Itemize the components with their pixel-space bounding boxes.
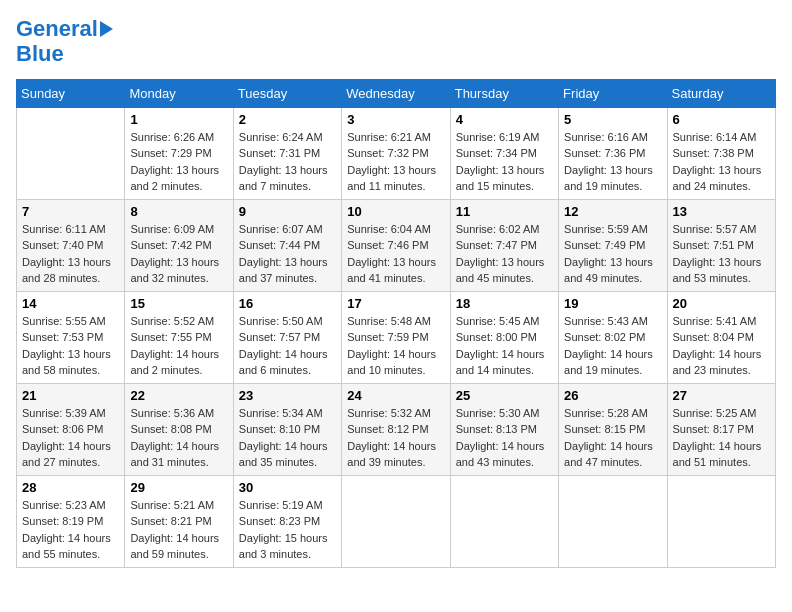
day-info: Sunrise: 5:25 AMSunset: 8:17 PMDaylight:…	[673, 405, 770, 471]
day-number: 30	[239, 480, 336, 495]
day-number: 26	[564, 388, 661, 403]
logo-arrow-icon	[100, 21, 113, 37]
day-info: Sunrise: 5:41 AMSunset: 8:04 PMDaylight:…	[673, 313, 770, 379]
calendar-cell: 21Sunrise: 5:39 AMSunset: 8:06 PMDayligh…	[17, 383, 125, 475]
day-number: 7	[22, 204, 119, 219]
calendar-cell: 17Sunrise: 5:48 AMSunset: 7:59 PMDayligh…	[342, 291, 450, 383]
calendar-week-5: 28Sunrise: 5:23 AMSunset: 8:19 PMDayligh…	[17, 475, 776, 567]
day-info: Sunrise: 5:50 AMSunset: 7:57 PMDaylight:…	[239, 313, 336, 379]
calendar-cell: 7Sunrise: 6:11 AMSunset: 7:40 PMDaylight…	[17, 199, 125, 291]
day-info: Sunrise: 5:43 AMSunset: 8:02 PMDaylight:…	[564, 313, 661, 379]
calendar-week-4: 21Sunrise: 5:39 AMSunset: 8:06 PMDayligh…	[17, 383, 776, 475]
day-number: 17	[347, 296, 444, 311]
day-info: Sunrise: 5:55 AMSunset: 7:53 PMDaylight:…	[22, 313, 119, 379]
weekday-header-thursday: Thursday	[450, 79, 558, 107]
day-info: Sunrise: 6:14 AMSunset: 7:38 PMDaylight:…	[673, 129, 770, 195]
calendar-cell: 29Sunrise: 5:21 AMSunset: 8:21 PMDayligh…	[125, 475, 233, 567]
calendar-cell	[17, 107, 125, 199]
day-number: 13	[673, 204, 770, 219]
calendar-cell: 9Sunrise: 6:07 AMSunset: 7:44 PMDaylight…	[233, 199, 341, 291]
day-info: Sunrise: 5:32 AMSunset: 8:12 PMDaylight:…	[347, 405, 444, 471]
day-info: Sunrise: 5:19 AMSunset: 8:23 PMDaylight:…	[239, 497, 336, 563]
calendar-cell: 16Sunrise: 5:50 AMSunset: 7:57 PMDayligh…	[233, 291, 341, 383]
calendar-cell: 24Sunrise: 5:32 AMSunset: 8:12 PMDayligh…	[342, 383, 450, 475]
day-info: Sunrise: 5:39 AMSunset: 8:06 PMDaylight:…	[22, 405, 119, 471]
calendar-cell: 30Sunrise: 5:19 AMSunset: 8:23 PMDayligh…	[233, 475, 341, 567]
day-number: 25	[456, 388, 553, 403]
day-number: 3	[347, 112, 444, 127]
calendar-cell: 3Sunrise: 6:21 AMSunset: 7:32 PMDaylight…	[342, 107, 450, 199]
calendar-cell: 28Sunrise: 5:23 AMSunset: 8:19 PMDayligh…	[17, 475, 125, 567]
calendar-cell: 14Sunrise: 5:55 AMSunset: 7:53 PMDayligh…	[17, 291, 125, 383]
day-info: Sunrise: 6:04 AMSunset: 7:46 PMDaylight:…	[347, 221, 444, 287]
day-number: 5	[564, 112, 661, 127]
weekday-header-wednesday: Wednesday	[342, 79, 450, 107]
day-info: Sunrise: 5:52 AMSunset: 7:55 PMDaylight:…	[130, 313, 227, 379]
calendar-cell: 18Sunrise: 5:45 AMSunset: 8:00 PMDayligh…	[450, 291, 558, 383]
day-number: 9	[239, 204, 336, 219]
calendar-cell: 1Sunrise: 6:26 AMSunset: 7:29 PMDaylight…	[125, 107, 233, 199]
day-info: Sunrise: 5:45 AMSunset: 8:00 PMDaylight:…	[456, 313, 553, 379]
day-number: 6	[673, 112, 770, 127]
calendar-cell	[342, 475, 450, 567]
weekday-header-monday: Monday	[125, 79, 233, 107]
logo-general: General	[16, 16, 98, 41]
calendar-cell: 19Sunrise: 5:43 AMSunset: 8:02 PMDayligh…	[559, 291, 667, 383]
day-number: 29	[130, 480, 227, 495]
logo: General Blue	[16, 16, 113, 67]
calendar-cell: 15Sunrise: 5:52 AMSunset: 7:55 PMDayligh…	[125, 291, 233, 383]
weekday-header-row: SundayMondayTuesdayWednesdayThursdayFrid…	[17, 79, 776, 107]
day-info: Sunrise: 6:24 AMSunset: 7:31 PMDaylight:…	[239, 129, 336, 195]
calendar-cell: 8Sunrise: 6:09 AMSunset: 7:42 PMDaylight…	[125, 199, 233, 291]
calendar-cell: 4Sunrise: 6:19 AMSunset: 7:34 PMDaylight…	[450, 107, 558, 199]
day-info: Sunrise: 5:57 AMSunset: 7:51 PMDaylight:…	[673, 221, 770, 287]
calendar-cell: 6Sunrise: 6:14 AMSunset: 7:38 PMDaylight…	[667, 107, 775, 199]
calendar-cell: 10Sunrise: 6:04 AMSunset: 7:46 PMDayligh…	[342, 199, 450, 291]
day-number: 28	[22, 480, 119, 495]
calendar-cell	[559, 475, 667, 567]
calendar-cell	[450, 475, 558, 567]
day-info: Sunrise: 5:28 AMSunset: 8:15 PMDaylight:…	[564, 405, 661, 471]
logo-blue: Blue	[16, 41, 113, 66]
day-info: Sunrise: 6:07 AMSunset: 7:44 PMDaylight:…	[239, 221, 336, 287]
day-number: 11	[456, 204, 553, 219]
calendar-cell: 26Sunrise: 5:28 AMSunset: 8:15 PMDayligh…	[559, 383, 667, 475]
day-number: 14	[22, 296, 119, 311]
day-info: Sunrise: 6:26 AMSunset: 7:29 PMDaylight:…	[130, 129, 227, 195]
day-info: Sunrise: 6:21 AMSunset: 7:32 PMDaylight:…	[347, 129, 444, 195]
calendar-week-3: 14Sunrise: 5:55 AMSunset: 7:53 PMDayligh…	[17, 291, 776, 383]
day-info: Sunrise: 5:21 AMSunset: 8:21 PMDaylight:…	[130, 497, 227, 563]
calendar-cell: 2Sunrise: 6:24 AMSunset: 7:31 PMDaylight…	[233, 107, 341, 199]
day-info: Sunrise: 6:09 AMSunset: 7:42 PMDaylight:…	[130, 221, 227, 287]
calendar-cell: 22Sunrise: 5:36 AMSunset: 8:08 PMDayligh…	[125, 383, 233, 475]
calendar-cell: 5Sunrise: 6:16 AMSunset: 7:36 PMDaylight…	[559, 107, 667, 199]
day-info: Sunrise: 6:02 AMSunset: 7:47 PMDaylight:…	[456, 221, 553, 287]
day-number: 10	[347, 204, 444, 219]
calendar-cell: 23Sunrise: 5:34 AMSunset: 8:10 PMDayligh…	[233, 383, 341, 475]
day-info: Sunrise: 5:30 AMSunset: 8:13 PMDaylight:…	[456, 405, 553, 471]
day-number: 20	[673, 296, 770, 311]
calendar-cell: 11Sunrise: 6:02 AMSunset: 7:47 PMDayligh…	[450, 199, 558, 291]
day-number: 18	[456, 296, 553, 311]
calendar-week-2: 7Sunrise: 6:11 AMSunset: 7:40 PMDaylight…	[17, 199, 776, 291]
calendar-cell	[667, 475, 775, 567]
day-info: Sunrise: 6:11 AMSunset: 7:40 PMDaylight:…	[22, 221, 119, 287]
day-number: 15	[130, 296, 227, 311]
calendar-cell: 27Sunrise: 5:25 AMSunset: 8:17 PMDayligh…	[667, 383, 775, 475]
day-number: 12	[564, 204, 661, 219]
day-number: 22	[130, 388, 227, 403]
calendar-cell: 20Sunrise: 5:41 AMSunset: 8:04 PMDayligh…	[667, 291, 775, 383]
day-number: 16	[239, 296, 336, 311]
page-header: General Blue	[16, 16, 776, 67]
day-number: 24	[347, 388, 444, 403]
day-info: Sunrise: 6:19 AMSunset: 7:34 PMDaylight:…	[456, 129, 553, 195]
day-number: 27	[673, 388, 770, 403]
day-number: 1	[130, 112, 227, 127]
day-number: 19	[564, 296, 661, 311]
day-info: Sunrise: 5:36 AMSunset: 8:08 PMDaylight:…	[130, 405, 227, 471]
day-info: Sunrise: 5:23 AMSunset: 8:19 PMDaylight:…	[22, 497, 119, 563]
day-number: 21	[22, 388, 119, 403]
day-number: 8	[130, 204, 227, 219]
day-number: 23	[239, 388, 336, 403]
calendar-table: SundayMondayTuesdayWednesdayThursdayFrid…	[16, 79, 776, 568]
